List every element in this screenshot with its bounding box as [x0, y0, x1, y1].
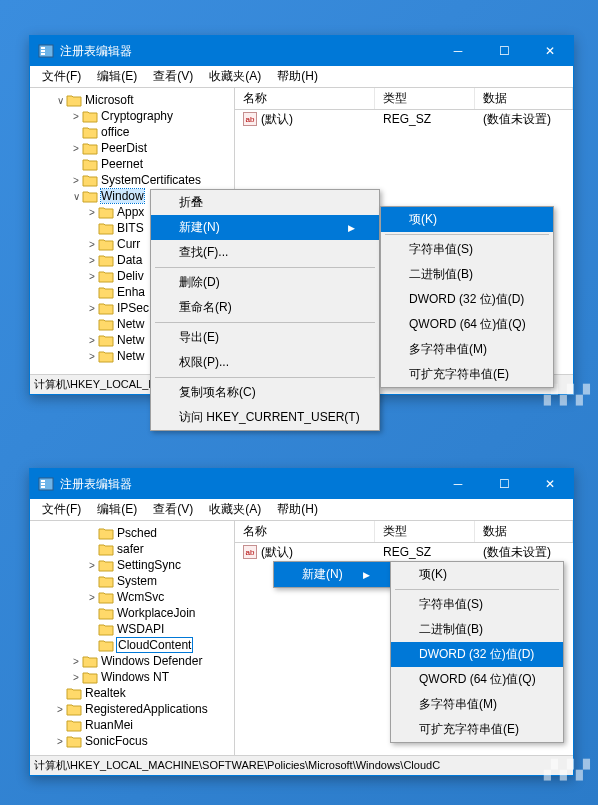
disclosure-icon[interactable]: > — [70, 111, 82, 122]
folder-icon — [98, 317, 114, 331]
disclosure-icon[interactable]: ∨ — [54, 95, 66, 106]
menu-item[interactable]: 二进制值(B) — [381, 262, 553, 287]
menu-edit[interactable]: 编辑(E) — [89, 66, 145, 87]
disclosure-icon[interactable]: ∨ — [70, 191, 82, 202]
menu-item[interactable]: QWORD (64 位)值(Q) — [381, 312, 553, 337]
tree-item[interactable]: Psched — [30, 525, 234, 541]
menu-item[interactable]: 项(K) — [391, 562, 563, 587]
maximize-button[interactable]: ☐ — [481, 36, 527, 66]
disclosure-icon[interactable]: > — [86, 560, 98, 571]
tree-item[interactable]: ∨Microsoft — [30, 92, 234, 108]
disclosure-icon[interactable]: > — [86, 255, 98, 266]
close-button[interactable]: ✕ — [527, 469, 573, 499]
tree-item[interactable]: CloudContent — [30, 637, 234, 653]
disclosure-icon[interactable]: > — [70, 656, 82, 667]
folder-icon — [66, 734, 82, 748]
menu-item[interactable]: 折叠 — [151, 190, 379, 215]
disclosure-icon[interactable]: > — [70, 175, 82, 186]
tree-item[interactable]: >Cryptography — [30, 108, 234, 124]
menu-item-label: 可扩充字符串值(E) — [409, 367, 509, 381]
disclosure-icon[interactable]: > — [86, 335, 98, 346]
col-name[interactable]: 名称 — [235, 88, 375, 109]
tree-item-label: Peernet — [101, 157, 143, 171]
list-row[interactable]: ab (默认) REG_SZ (数值未设置) — [235, 543, 573, 561]
menu-item[interactable]: 查找(F)... — [151, 240, 379, 265]
tree-item[interactable]: Realtek — [30, 685, 234, 701]
menu-file[interactable]: 文件(F) — [34, 66, 89, 87]
menu-item[interactable]: 新建(N)▶ — [151, 215, 379, 240]
tree-item-label: Windows Defender — [101, 654, 202, 668]
col-data[interactable]: 数据 — [475, 521, 573, 542]
menu-item[interactable]: 可扩充字符串值(E) — [381, 362, 553, 387]
col-name[interactable]: 名称 — [235, 521, 375, 542]
menu-help[interactable]: 帮助(H) — [269, 499, 326, 520]
col-type[interactable]: 类型 — [375, 88, 475, 109]
tree-item[interactable]: WSDAPI — [30, 621, 234, 637]
menu-item[interactable]: 字符串值(S) — [381, 237, 553, 262]
menu-item[interactable]: 删除(D) — [151, 270, 379, 295]
menu-item[interactable]: 访问 HKEY_CURRENT_USER(T) — [151, 405, 379, 430]
minimize-button[interactable]: ─ — [435, 469, 481, 499]
menu-item[interactable]: 新建(N)▶ — [274, 562, 392, 587]
menu-file[interactable]: 文件(F) — [34, 499, 89, 520]
tree-item[interactable]: >WcmSvc — [30, 589, 234, 605]
disclosure-icon[interactable]: > — [86, 239, 98, 250]
col-type[interactable]: 类型 — [375, 521, 475, 542]
tree-item[interactable]: WorkplaceJoin — [30, 605, 234, 621]
menu-item[interactable]: 导出(E) — [151, 325, 379, 350]
tree-item[interactable]: >Windows Defender — [30, 653, 234, 669]
disclosure-icon[interactable]: > — [70, 672, 82, 683]
tree-item[interactable]: safer — [30, 541, 234, 557]
menu-item[interactable]: 重命名(R) — [151, 295, 379, 320]
menu-favorites[interactable]: 收藏夹(A) — [201, 66, 269, 87]
disclosure-icon[interactable]: > — [86, 351, 98, 362]
menu-item[interactable]: 字符串值(S) — [391, 592, 563, 617]
menu-view[interactable]: 查看(V) — [145, 66, 201, 87]
menu-edit[interactable]: 编辑(E) — [89, 499, 145, 520]
disclosure-icon[interactable]: > — [86, 271, 98, 282]
folder-icon — [66, 93, 82, 107]
list-row[interactable]: ab (默认) REG_SZ (数值未设置) — [235, 110, 573, 128]
titlebar[interactable]: 注册表编辑器 ─ ☐ ✕ — [30, 469, 573, 499]
menu-item[interactable]: 项(K) — [381, 207, 553, 232]
menu-item[interactable]: 可扩充字符串值(E) — [391, 717, 563, 742]
tree-item[interactable]: >Windows NT — [30, 669, 234, 685]
tree-item[interactable]: >RegisteredApplications — [30, 701, 234, 717]
col-data[interactable]: 数据 — [475, 88, 573, 109]
titlebar[interactable]: 注册表编辑器 ─ ☐ ✕ — [30, 36, 573, 66]
disclosure-icon[interactable]: > — [86, 303, 98, 314]
maximize-button[interactable]: ☐ — [481, 469, 527, 499]
disclosure-icon[interactable]: > — [70, 143, 82, 154]
disclosure-icon[interactable]: > — [86, 207, 98, 218]
menu-view[interactable]: 查看(V) — [145, 499, 201, 520]
menu-separator — [395, 589, 559, 590]
tree-item-label: Netw — [117, 349, 144, 363]
registry-tree[interactable]: Pschedsafer>SettingSyncSystem>WcmSvcWork… — [30, 521, 235, 755]
tree-item-label: Netw — [117, 317, 144, 331]
disclosure-icon[interactable]: > — [54, 704, 66, 715]
tree-item[interactable]: Peernet — [30, 156, 234, 172]
menu-item[interactable]: DWORD (32 位)值(D) — [381, 287, 553, 312]
tree-item[interactable]: RuanMei — [30, 717, 234, 733]
tree-item[interactable]: >SettingSync — [30, 557, 234, 573]
minimize-button[interactable]: ─ — [435, 36, 481, 66]
menu-item[interactable]: QWORD (64 位)值(Q) — [391, 667, 563, 692]
menu-help[interactable]: 帮助(H) — [269, 66, 326, 87]
tree-item[interactable]: >SystemCertificates — [30, 172, 234, 188]
close-button[interactable]: ✕ — [527, 36, 573, 66]
tree-item[interactable]: >PeerDist — [30, 140, 234, 156]
disclosure-icon[interactable]: > — [86, 592, 98, 603]
menu-item[interactable]: 多字符串值(M) — [391, 692, 563, 717]
menu-item[interactable]: 权限(P)... — [151, 350, 379, 375]
menu-favorites[interactable]: 收藏夹(A) — [201, 499, 269, 520]
disclosure-icon[interactable]: > — [54, 736, 66, 747]
tree-item[interactable]: >SonicFocus — [30, 733, 234, 749]
tree-item[interactable]: office — [30, 124, 234, 140]
menu-item[interactable]: 多字符串值(M) — [381, 337, 553, 362]
menu-separator — [385, 234, 549, 235]
menu-item[interactable]: 二进制值(B) — [391, 617, 563, 642]
tree-item-label: WSDAPI — [117, 622, 164, 636]
menu-item[interactable]: DWORD (32 位)值(D) — [391, 642, 563, 667]
tree-item[interactable]: System — [30, 573, 234, 589]
menu-item[interactable]: 复制项名称(C) — [151, 380, 379, 405]
